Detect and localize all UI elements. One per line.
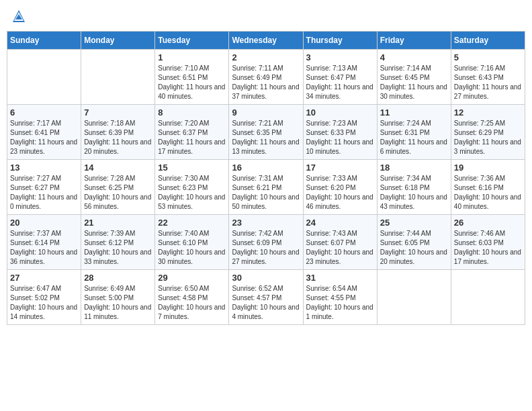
weekday-header-wednesday: Wednesday [229,32,303,50]
day-number: 27 [10,273,78,283]
calendar-cell: 9Sunrise: 7:21 AM Sunset: 6:35 PM Daylig… [229,105,303,160]
day-number: 19 [454,163,522,173]
day-info: Sunrise: 6:54 AM Sunset: 4:55 PM Dayligh… [306,284,374,322]
day-number: 13 [10,163,78,173]
day-info: Sunrise: 7:20 AM Sunset: 6:37 PM Dayligh… [158,119,226,156]
day-info: Sunrise: 7:43 AM Sunset: 6:07 PM Dayligh… [306,229,374,267]
day-number: 15 [158,163,226,173]
day-number: 18 [380,163,448,173]
day-number: 8 [158,107,226,118]
day-number: 20 [10,218,78,228]
day-number: 29 [158,273,226,283]
day-number: 9 [232,107,300,118]
day-info: Sunrise: 7:21 AM Sunset: 6:35 PM Dayligh… [232,119,300,156]
calendar-cell: 14Sunrise: 7:28 AM Sunset: 6:25 PM Dayli… [81,160,155,215]
calendar-cell: 27Sunrise: 6:47 AM Sunset: 5:02 PM Dayli… [7,270,81,325]
calendar-cell: 13Sunrise: 7:27 AM Sunset: 6:27 PM Dayli… [7,160,81,215]
calendar-table: SundayMondayTuesdayWednesdayThursdayFrid… [7,31,525,325]
day-info: Sunrise: 7:30 AM Sunset: 6:23 PM Dayligh… [158,174,226,212]
day-info: Sunrise: 7:24 AM Sunset: 6:31 PM Dayligh… [380,119,448,156]
day-number: 12 [454,107,522,118]
day-number: 3 [306,52,374,62]
calendar-cell: 16Sunrise: 7:31 AM Sunset: 6:21 PM Dayli… [229,160,303,215]
day-info: Sunrise: 7:14 AM Sunset: 6:45 PM Dayligh… [380,64,448,101]
day-info: Sunrise: 7:31 AM Sunset: 6:21 PM Dayligh… [232,174,300,212]
calendar-cell: 6Sunrise: 7:17 AM Sunset: 6:41 PM Daylig… [7,105,81,160]
day-number: 7 [84,107,152,118]
day-info: Sunrise: 6:52 AM Sunset: 4:57 PM Dayligh… [232,284,300,322]
calendar-cell: 23Sunrise: 7:42 AM Sunset: 6:09 PM Dayli… [229,215,303,270]
day-number: 28 [84,273,152,283]
day-number: 4 [380,52,448,62]
page-header [7,7,525,26]
day-info: Sunrise: 7:10 AM Sunset: 6:51 PM Dayligh… [158,64,226,101]
calendar-cell: 26Sunrise: 7:46 AM Sunset: 6:03 PM Dayli… [451,215,525,270]
calendar-cell: 18Sunrise: 7:34 AM Sunset: 6:18 PM Dayli… [377,160,451,215]
day-number: 14 [84,163,152,173]
weekday-header-saturday: Saturday [451,32,525,50]
calendar-cell: 22Sunrise: 7:40 AM Sunset: 6:10 PM Dayli… [155,215,229,270]
calendar-cell [451,270,525,325]
weekday-header-thursday: Thursday [303,32,377,50]
calendar-cell: 30Sunrise: 6:52 AM Sunset: 4:57 PM Dayli… [229,270,303,325]
day-number: 6 [10,107,78,118]
weekday-header-sunday: Sunday [7,32,81,50]
calendar-cell [7,50,81,105]
day-info: Sunrise: 7:28 AM Sunset: 6:25 PM Dayligh… [84,174,152,212]
day-number: 23 [232,218,300,228]
day-number: 21 [84,218,152,228]
day-info: Sunrise: 7:36 AM Sunset: 6:16 PM Dayligh… [454,174,522,212]
day-number: 25 [380,218,448,228]
day-info: Sunrise: 7:42 AM Sunset: 6:09 PM Dayligh… [232,229,300,267]
day-info: Sunrise: 7:17 AM Sunset: 6:41 PM Dayligh… [10,119,78,156]
day-number: 24 [306,218,374,228]
day-info: Sunrise: 6:49 AM Sunset: 5:00 PM Dayligh… [84,284,152,322]
day-number: 10 [306,107,374,118]
calendar-cell [81,50,155,105]
day-info: Sunrise: 7:25 AM Sunset: 6:29 PM Dayligh… [454,119,522,156]
day-info: Sunrise: 7:33 AM Sunset: 6:20 PM Dayligh… [306,174,374,212]
day-info: Sunrise: 7:13 AM Sunset: 6:47 PM Dayligh… [306,64,374,101]
calendar-cell [377,270,451,325]
day-number: 30 [232,273,300,283]
day-number: 2 [232,52,300,62]
calendar-cell: 5Sunrise: 7:16 AM Sunset: 6:43 PM Daylig… [451,50,525,105]
day-number: 26 [454,218,522,228]
calendar-cell: 11Sunrise: 7:24 AM Sunset: 6:31 PM Dayli… [377,105,451,160]
day-number: 5 [454,52,522,62]
day-number: 11 [380,107,448,118]
calendar-cell: 12Sunrise: 7:25 AM Sunset: 6:29 PM Dayli… [451,105,525,160]
day-info: Sunrise: 7:37 AM Sunset: 6:14 PM Dayligh… [10,229,78,267]
day-info: Sunrise: 7:18 AM Sunset: 6:39 PM Dayligh… [84,119,152,156]
calendar-cell: 10Sunrise: 7:23 AM Sunset: 6:33 PM Dayli… [303,105,377,160]
day-info: Sunrise: 7:46 AM Sunset: 6:03 PM Dayligh… [454,229,522,267]
day-number: 16 [232,163,300,173]
calendar-cell: 20Sunrise: 7:37 AM Sunset: 6:14 PM Dayli… [7,215,81,270]
weekday-header-friday: Friday [377,32,451,50]
calendar-cell: 24Sunrise: 7:43 AM Sunset: 6:07 PM Dayli… [303,215,377,270]
calendar-cell: 19Sunrise: 7:36 AM Sunset: 6:16 PM Dayli… [451,160,525,215]
day-number: 17 [306,163,374,173]
day-info: Sunrise: 7:34 AM Sunset: 6:18 PM Dayligh… [380,174,448,212]
calendar-cell: 15Sunrise: 7:30 AM Sunset: 6:23 PM Dayli… [155,160,229,215]
weekday-header-monday: Monday [81,32,155,50]
calendar-cell: 21Sunrise: 7:39 AM Sunset: 6:12 PM Dayli… [81,215,155,270]
calendar-cell: 29Sunrise: 6:50 AM Sunset: 4:58 PM Dayli… [155,270,229,325]
calendar-cell: 31Sunrise: 6:54 AM Sunset: 4:55 PM Dayli… [303,270,377,325]
logo [12,9,27,23]
day-info: Sunrise: 7:11 AM Sunset: 6:49 PM Dayligh… [232,64,300,101]
day-number: 22 [158,218,226,228]
day-number: 31 [306,273,374,283]
day-info: Sunrise: 7:23 AM Sunset: 6:33 PM Dayligh… [306,119,374,156]
day-info: Sunrise: 7:39 AM Sunset: 6:12 PM Dayligh… [84,229,152,267]
calendar-cell: 4Sunrise: 7:14 AM Sunset: 6:45 PM Daylig… [377,50,451,105]
calendar-cell: 3Sunrise: 7:13 AM Sunset: 6:47 PM Daylig… [303,50,377,105]
day-number: 1 [158,52,226,62]
day-info: Sunrise: 6:50 AM Sunset: 4:58 PM Dayligh… [158,284,226,322]
calendar-cell: 7Sunrise: 7:18 AM Sunset: 6:39 PM Daylig… [81,105,155,160]
day-info: Sunrise: 7:40 AM Sunset: 6:10 PM Dayligh… [158,229,226,267]
calendar-cell: 1Sunrise: 7:10 AM Sunset: 6:51 PM Daylig… [155,50,229,105]
weekday-header-tuesday: Tuesday [155,32,229,50]
calendar-cell: 8Sunrise: 7:20 AM Sunset: 6:37 PM Daylig… [155,105,229,160]
calendar-cell: 17Sunrise: 7:33 AM Sunset: 6:20 PM Dayli… [303,160,377,215]
